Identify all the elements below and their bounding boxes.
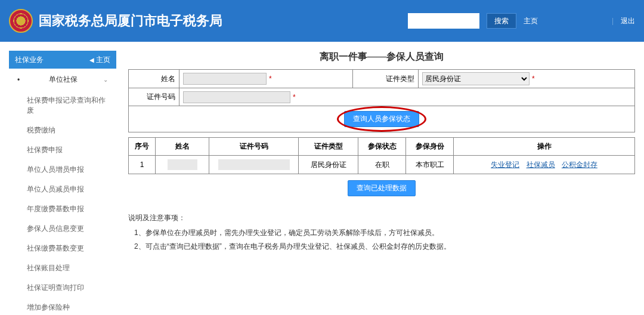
triangle-left-icon: ◀ (89, 57, 94, 63)
sidebar-item-0[interactable]: 社保费申报记录查询和作废 (9, 91, 116, 121)
id-no-input[interactable] (183, 91, 290, 103)
col-action: 操作 (454, 138, 635, 156)
cell-idtype: 居民身份证 (299, 156, 358, 174)
sidebar-home-link[interactable]: ◀主页 (89, 55, 110, 65)
name-label: 姓名 (129, 70, 179, 88)
sidebar-item-unit-social[interactable]: 单位社保 ⌄ (9, 69, 116, 91)
action-social-reduce[interactable]: 社保减员 (527, 160, 555, 169)
query-processed-button[interactable]: 查询已处理数据 (348, 180, 416, 196)
sidebar-item-5[interactable]: 年度缴费基数申报 (9, 199, 116, 219)
cell-status: 在职 (358, 156, 406, 174)
results-grid: 序号 姓名 证件号码 证件类型 参保状态 参保身份 操作 1 居民身份证 在职 … (128, 137, 635, 174)
site-title: 国家税务总局厦门市电子税务局 (39, 12, 222, 30)
col-identity: 参保身份 (406, 138, 454, 156)
search-input[interactable] (408, 13, 479, 29)
id-type-select[interactable]: 居民身份证 (422, 72, 530, 85)
action-unemployment[interactable]: 失业登记 (491, 160, 519, 169)
sidebar-title: 社保业务 (15, 55, 44, 65)
sidebar-item-3[interactable]: 单位人员增员申报 (9, 160, 116, 180)
table-row: 1 居民身份证 在职 本市职工 失业登记 社保减员 公积金封存 (129, 156, 635, 174)
name-input[interactable] (183, 73, 267, 85)
id-no-cell: * (179, 88, 635, 106)
cell-actions: 失业登记 社保减员 公积金封存 (454, 156, 635, 174)
query-form: 姓名 * 证件类型 居民身份证* 证件号码 * 查询人员参保状态 (128, 69, 635, 132)
name-cell: * (179, 70, 353, 88)
sidebar: 社保业务 ◀主页 单位社保 ⌄ 社保费申报记录查询和作废 税费缴纳 社保费申报 … (9, 51, 116, 315)
highlight-circle: 查询人员参保状态 (344, 111, 419, 127)
query-status-button[interactable]: 查询人员参保状态 (344, 111, 419, 127)
page-title: 离职一件事——参保人员查询 (128, 51, 635, 63)
notes-list: 1、参保单位在办理减员时，需先办理失业登记，确定员工劳动关系解除手续后，方可社保… (128, 226, 635, 254)
note-line-2: 2、可点击“查询已处理数据”，查询在电子税务局办理失业登记、社保减员、公积金封存… (134, 240, 635, 254)
sidebar-item-2[interactable]: 社保费申报 (9, 140, 116, 160)
col-idno: 证件号码 (209, 138, 299, 156)
content-area: 离职一件事——参保人员查询 姓名 * 证件类型 居民身份证* 证件号码 * (128, 51, 635, 315)
grid-header-row: 序号 姓名 证件号码 证件类型 参保状态 参保身份 操作 (129, 138, 635, 156)
id-type-cell: 居民身份证* (419, 70, 635, 88)
home-link[interactable]: 主页 (524, 16, 538, 26)
divider: | (612, 17, 614, 25)
note-line-1: 1、参保单位在办理减员时，需先办理失业登记，确定员工劳动关系解除手续后，方可社保… (134, 226, 635, 240)
cell-idno (209, 156, 299, 174)
required-mark: * (293, 93, 296, 101)
cell-seq: 1 (129, 156, 156, 174)
main-layout: 社保业务 ◀主页 单位社保 ⌄ 社保费申报记录查询和作废 税费缴纳 社保费申报 … (0, 42, 644, 315)
cell-identity: 本市职工 (406, 156, 454, 174)
redacted-name (168, 159, 197, 170)
sidebar-item-7[interactable]: 社保缴费基数变更 (9, 239, 116, 258)
user-display (545, 14, 605, 27)
col-seq: 序号 (129, 138, 156, 156)
chevron-down-icon: ⌄ (103, 76, 108, 83)
tax-emblem-icon (9, 9, 33, 33)
processed-row: 查询已处理数据 (128, 180, 635, 196)
sidebar-item-10[interactable]: 增加参保险种 (9, 298, 116, 315)
sidebar-item-8[interactable]: 社保账目处理 (9, 258, 116, 278)
search-button[interactable]: 搜索 (487, 13, 516, 29)
sidebar-item-1[interactable]: 税费缴纳 (9, 121, 116, 140)
sidebar-item-9[interactable]: 社保证明查询打印 (9, 278, 116, 298)
action-fund-seal[interactable]: 公积金封存 (562, 160, 597, 169)
required-mark: * (269, 75, 272, 83)
id-type-label: 证件类型 (353, 70, 419, 88)
sidebar-item-6[interactable]: 参保人员信息变更 (9, 219, 116, 239)
app-header: 国家税务总局厦门市电子税务局 搜索 主页 | 退出 (0, 0, 644, 42)
id-no-label: 证件号码 (129, 88, 179, 106)
redacted-idno (218, 159, 290, 170)
sidebar-item-4[interactable]: 单位人员减员申报 (9, 180, 116, 199)
sidebar-header: 社保业务 ◀主页 (9, 51, 116, 69)
logout-link[interactable]: 退出 (621, 16, 635, 26)
col-status: 参保状态 (358, 138, 406, 156)
sidebar-parent-label: 单位社保 (49, 75, 78, 85)
required-mark: * (532, 75, 535, 83)
header-right: 搜索 主页 | 退出 (408, 13, 635, 29)
notes-section: 说明及注意事项： 1、参保单位在办理减员时，需先办理失业登记，确定员工劳动关系解… (128, 211, 635, 253)
query-action-cell: 查询人员参保状态 (129, 106, 635, 132)
col-name: 姓名 (156, 138, 209, 156)
logo-area: 国家税务总局厦门市电子税务局 (9, 9, 222, 33)
col-idtype: 证件类型 (299, 138, 358, 156)
notes-title: 说明及注意事项： (128, 211, 635, 225)
cell-name (156, 156, 209, 174)
